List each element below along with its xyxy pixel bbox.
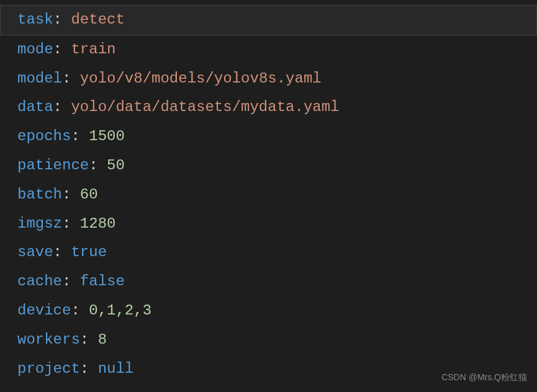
yaml-space — [62, 11, 71, 28]
yaml-value: 60 — [80, 186, 98, 203]
yaml-colon: : — [62, 70, 71, 87]
yaml-colon: : — [62, 215, 71, 232]
yaml-code-block[interactable]: task: detectmode: trainmodel: yolo/v8/mo… — [17, 5, 537, 383]
yaml-key: mode — [17, 41, 53, 58]
yaml-line[interactable]: imgsz: 1280 — [17, 210, 537, 239]
yaml-colon: : — [80, 360, 89, 377]
yaml-value: 50 — [107, 157, 125, 174]
yaml-space — [62, 99, 71, 115]
yaml-colon: : — [71, 128, 79, 145]
yaml-key: data — [17, 99, 53, 115]
yaml-space — [89, 331, 97, 348]
yaml-key: device — [17, 302, 71, 319]
yaml-colon: : — [80, 331, 89, 348]
yaml-line[interactable]: save: true — [17, 238, 537, 267]
yaml-colon: : — [62, 273, 71, 290]
yaml-value: detect — [71, 11, 124, 28]
yaml-key: imgsz — [17, 215, 62, 232]
yaml-colon: : — [71, 302, 79, 319]
yaml-space — [89, 360, 97, 377]
yaml-line[interactable]: workers: 8 — [17, 326, 537, 355]
yaml-space — [62, 244, 71, 261]
yaml-value: 1500 — [89, 128, 125, 145]
yaml-value: 0,1,2,3 — [89, 302, 151, 319]
yaml-value: false — [80, 273, 125, 290]
yaml-line[interactable]: batch: 60 — [17, 180, 537, 210]
yaml-value: null — [98, 360, 134, 377]
yaml-space — [71, 186, 79, 203]
yaml-line[interactable]: cache: false — [17, 267, 537, 296]
yaml-line[interactable]: mode: train — [17, 35, 537, 65]
yaml-key: patience — [17, 157, 89, 174]
yaml-key: epochs — [17, 128, 71, 145]
yaml-line[interactable]: task: detect — [0, 5, 537, 35]
yaml-colon: : — [62, 186, 71, 203]
yaml-line[interactable]: patience: 50 — [17, 151, 537, 180]
yaml-line[interactable]: epochs: 1500 — [17, 122, 537, 151]
yaml-colon: : — [53, 244, 62, 261]
yaml-line[interactable]: model: yolo/v8/models/yolov8s.yaml — [17, 65, 537, 94]
yaml-line[interactable]: device: 0,1,2,3 — [17, 296, 537, 326]
yaml-space — [98, 157, 107, 174]
yaml-space — [71, 273, 79, 290]
yaml-key: cache — [17, 273, 62, 290]
yaml-colon: : — [53, 41, 62, 58]
yaml-colon: : — [53, 99, 62, 115]
watermark: CSDN @Mrs.Q粉红猫 — [441, 369, 527, 386]
yaml-space — [71, 70, 79, 87]
yaml-space — [71, 215, 79, 232]
yaml-space — [80, 302, 89, 319]
yaml-key: batch — [17, 186, 62, 203]
yaml-key: task — [17, 11, 53, 28]
yaml-value: 1280 — [80, 215, 116, 232]
yaml-key: save — [17, 244, 53, 261]
yaml-value: 8 — [98, 331, 107, 348]
yaml-space — [80, 128, 89, 145]
yaml-key: model — [17, 70, 62, 87]
yaml-key: workers — [17, 331, 80, 348]
yaml-value: yolo/v8/models/yolov8s.yaml — [80, 70, 322, 87]
yaml-value: yolo/data/datasets/mydata.yaml — [71, 99, 339, 115]
yaml-key: project — [17, 360, 80, 377]
yaml-colon: : — [89, 157, 97, 174]
yaml-value: train — [71, 41, 115, 58]
yaml-space — [62, 41, 71, 58]
yaml-colon: : — [53, 11, 62, 28]
yaml-value: true — [71, 244, 107, 261]
yaml-line[interactable]: data: yolo/data/datasets/mydata.yaml — [17, 93, 537, 122]
